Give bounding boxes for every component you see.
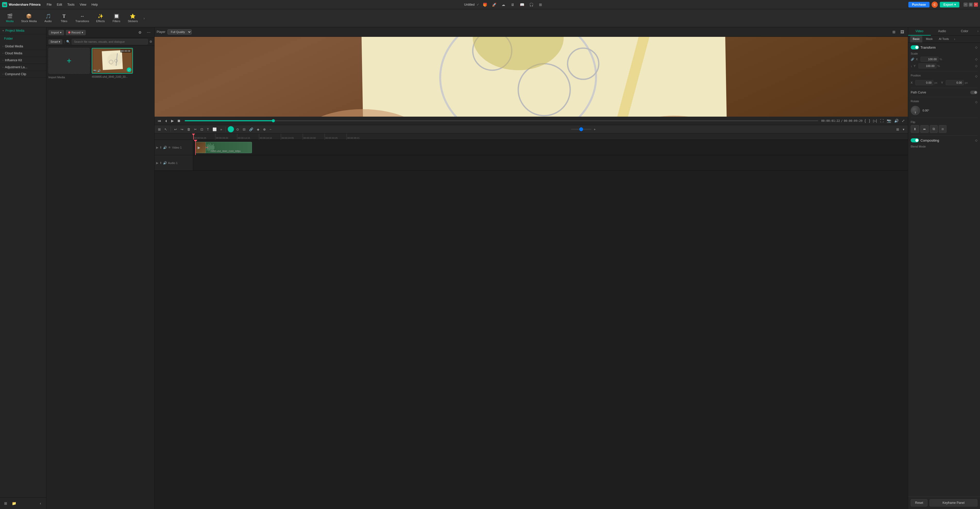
link-button[interactable]: 🔗 [248, 127, 255, 132]
add-panel-icon[interactable]: ⊞ [2, 500, 9, 507]
scale-y-keyframe-icon[interactable]: ◇ [975, 64, 977, 68]
export-button[interactable]: Export ▾ [940, 2, 959, 8]
zoom-slider[interactable] [571, 129, 592, 130]
transform-button[interactable]: ⬜ [211, 127, 218, 132]
more-icon[interactable]: ⋯ [145, 29, 152, 36]
redo-button[interactable]: ↪ [179, 127, 185, 132]
sub-tab-basic[interactable]: Basic [910, 36, 922, 43]
volume-button[interactable]: 🔊 [893, 118, 900, 123]
undo-button[interactable]: ↩ [173, 127, 178, 132]
video-track-content[interactable]: ▶ ✂ [193, 140, 908, 155]
transform-toggle[interactable] [911, 45, 919, 49]
keyframe-panel-button[interactable]: Keyframe Panel [929, 499, 977, 506]
photo-view-icon[interactable]: 🖼 [899, 29, 906, 35]
grid-layout-button[interactable]: ⊞ [895, 127, 900, 132]
audio-button[interactable]: ⊙ [235, 127, 240, 132]
pointer-tool[interactable]: ↖ [163, 127, 169, 132]
import-button[interactable]: Import ▾ [48, 30, 64, 35]
snap-button[interactable]: ⊟ [242, 127, 247, 132]
sidebar-item-compound-clip[interactable]: › Compound Clip [0, 71, 46, 78]
book-icon[interactable]: 📖 [518, 1, 525, 8]
zoom-in-button[interactable]: + [593, 127, 597, 132]
sub-tab-ai-tools[interactable]: AI Tools [936, 36, 951, 43]
insert-button[interactable]: ▷| [872, 118, 878, 123]
scale-link-icon[interactable]: 🔗 [911, 58, 914, 61]
toolbar-filters[interactable]: 🔲 Filters [109, 13, 124, 24]
record-button[interactable]: Record ▾ [66, 30, 86, 35]
position-x-input[interactable] [915, 80, 933, 85]
menu-help[interactable]: Help [89, 2, 100, 8]
transform-keyframe-icon[interactable]: ◇ [975, 46, 977, 49]
frame-back-button[interactable]: ⏴ [163, 118, 169, 123]
out-point-button[interactable]: } [868, 118, 871, 123]
folder-add-icon[interactable]: 📁 [10, 500, 18, 507]
delete-button[interactable]: 🗑 [186, 127, 192, 132]
user-avatar[interactable]: C [932, 2, 938, 8]
maximize-button[interactable]: ⊡ [969, 3, 973, 7]
progress-bar[interactable] [185, 120, 818, 121]
cloud-icon[interactable]: ☁ [500, 1, 507, 8]
menu-file[interactable]: File [45, 2, 54, 8]
scale-x-keyframe-icon[interactable]: ◇ [975, 57, 977, 61]
sidebar-item-project-media[interactable]: ▾ Project Media [0, 27, 46, 34]
rotate-knob[interactable] [911, 106, 920, 115]
toolbar-media[interactable]: 🎬 Media [2, 13, 18, 24]
tab-color[interactable]: Color [953, 27, 976, 35]
text-button[interactable]: T [205, 127, 210, 132]
menu-view[interactable]: View [78, 2, 88, 8]
rotate-keyframe-icon[interactable]: ◇ [975, 100, 977, 104]
smart-button[interactable]: Smart ▾ [48, 40, 62, 44]
snapshot-button[interactable]: 📷 [886, 118, 892, 123]
sub-tab-arrow[interactable]: › [953, 36, 956, 43]
menu-tools[interactable]: Tools [65, 2, 76, 8]
toolbar-effects[interactable]: ✨ Effects [93, 13, 108, 24]
sub-tab-mask[interactable]: Mask [923, 36, 935, 43]
toolbar-more-chevron[interactable]: › [142, 14, 147, 22]
split-button[interactable]: ✂ [193, 127, 198, 132]
toolbar-stock-media[interactable]: 📦 Stock Media [18, 13, 40, 24]
flip-horizontal-button[interactable]: ⬌ [920, 125, 929, 133]
headphone-icon[interactable]: 🎧 [528, 1, 535, 8]
flip-vertical-button[interactable]: ⬍ [911, 125, 919, 133]
toolbar-transitions[interactable]: ↔ Transitions [72, 13, 92, 24]
close-button[interactable]: ✕ [974, 3, 978, 7]
toolbar-audio[interactable]: 🎵 Audio [40, 13, 56, 24]
sidebar-item-cloud-media[interactable]: › Cloud Media [0, 50, 46, 57]
track-button[interactable]: ⊕ [262, 127, 267, 132]
tab-audio[interactable]: Audio [931, 27, 953, 35]
reset-button[interactable]: Reset [911, 499, 928, 506]
tab-video[interactable]: Video [908, 27, 931, 35]
toolbar-stickers[interactable]: ⭐ Stickers [125, 13, 141, 24]
right-tab-arrow[interactable]: › [976, 27, 980, 35]
zoom-out-button[interactable]: − [268, 127, 273, 132]
scale-link-icon-2[interactable]: ↓ [911, 64, 912, 67]
scale-y-input[interactable] [918, 63, 937, 68]
compositing-keyframe-icon[interactable]: ◇ [975, 138, 977, 142]
stop-button[interactable]: ⏹ [176, 118, 181, 123]
progress-handle[interactable] [272, 119, 275, 122]
quality-select[interactable]: Full Quality 1/2 Quality 1/4 Quality Aut… [167, 29, 192, 35]
more-preview-button[interactable]: ⤢ [900, 118, 906, 123]
fullscreen-button[interactable]: ⛶ [879, 118, 885, 123]
flip-button-4[interactable]: ⧈ [939, 125, 947, 133]
filter-icon[interactable]: ⚙ [136, 29, 143, 36]
purchase-button[interactable]: Purchase [908, 2, 929, 8]
position-keyframe-icon[interactable]: ◇ [975, 75, 977, 78]
collapse-icon[interactable]: ‹ [37, 500, 44, 507]
import-placeholder[interactable]: + [48, 48, 90, 74]
crop-button[interactable]: ⊡ [199, 127, 205, 132]
play-button[interactable]: ▶ [170, 118, 175, 123]
rewind-button[interactable]: ⏮ [157, 118, 162, 123]
menu-edit[interactable]: Edit [55, 2, 64, 8]
layout-more-button[interactable]: ▾ [901, 127, 906, 132]
compositing-toggle[interactable] [911, 138, 919, 143]
video-clip[interactable]: ▶ ✂ [195, 142, 252, 153]
sidebar-item-adjustment[interactable]: › Adjustment La... [0, 64, 46, 71]
flip-button-3[interactable]: ⧉ [930, 125, 938, 133]
in-point-button[interactable]: { [864, 118, 867, 123]
marker-button[interactable]: ◈ [256, 127, 261, 132]
grid-view-icon[interactable]: ⊞ [890, 29, 897, 35]
sidebar-item-global-media[interactable]: › Global Media [0, 43, 46, 50]
sidebar-item-folder[interactable]: Folder [3, 36, 43, 41]
scene-detect-button[interactable]: ⊞ [157, 127, 162, 132]
